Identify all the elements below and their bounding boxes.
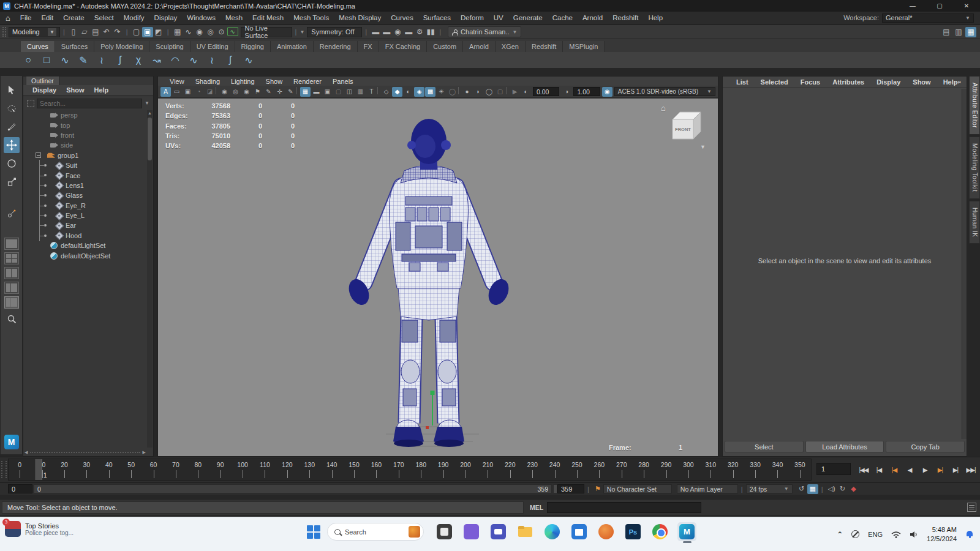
viewport-toolbar-icon[interactable]: [506, 87, 509, 94]
viewport-toolbar-icon[interactable]: ▢: [333, 87, 344, 97]
expand-toggle[interactable]: [36, 152, 41, 158]
search-highlight-icon[interactable]: [409, 526, 420, 538]
exposure-icon[interactable]: ◐: [521, 87, 531, 97]
menu-item[interactable]: File: [15, 14, 37, 21]
file-action-icon[interactable]: ↶: [101, 27, 112, 37]
view-cube-chevron-icon[interactable]: ▼: [700, 144, 706, 150]
menu-item[interactable]: Surfaces: [418, 14, 456, 21]
viewport-toolbar-icon[interactable]: ◇: [381, 87, 391, 97]
do-not-disturb-icon[interactable]: [851, 530, 859, 538]
outliner-horizontal-scrollbar[interactable]: ◀ ▶: [24, 449, 146, 455]
shelf-tab[interactable]: MSPlugin: [563, 41, 605, 52]
file-action-icon[interactable]: ▱: [79, 27, 90, 37]
selection-mode-icon[interactable]: ▣: [142, 27, 153, 37]
snap-icon[interactable]: ∿: [227, 27, 238, 36]
volume-icon[interactable]: [910, 531, 918, 538]
shelf-tab[interactable]: Rigging: [235, 41, 271, 52]
playback-loop-icon[interactable]: ↺: [796, 485, 807, 493]
mel-label[interactable]: MEL: [530, 504, 543, 511]
outliner-item[interactable]: Face: [23, 170, 147, 180]
scroll-right-arrow[interactable]: ▶: [143, 450, 146, 455]
timeline-tick[interactable]: 320: [722, 459, 744, 480]
scrollbar-track[interactable]: [30, 452, 140, 453]
animation-end-field[interactable]: 359: [557, 484, 584, 493]
outliner-item[interactable]: Suit: [23, 160, 147, 170]
timeline-tick[interactable]: 130: [298, 459, 320, 480]
shelf-tool-icon[interactable]: ≀: [205, 53, 219, 67]
viewport-toolbar-icon[interactable]: ▦: [300, 87, 311, 97]
shelf-tab[interactable]: Sculpting: [149, 41, 190, 52]
shelf-tab[interactable]: Surfaces: [55, 41, 94, 52]
shelf-tab[interactable]: UV Editing: [190, 41, 235, 52]
taskbar-app-maya[interactable]: M: [677, 522, 696, 541]
menu-item[interactable]: Arnold: [578, 14, 608, 21]
outliner-item[interactable]: persp: [23, 110, 147, 120]
menu-item[interactable]: Modify: [119, 14, 149, 21]
scrollbar-thumb[interactable]: [148, 118, 152, 160]
viewport-toolbar-icon[interactable]: ⚑: [252, 87, 263, 97]
timeline-tick[interactable]: 340: [766, 459, 788, 480]
outliner-item[interactable]: defaultObjectSet: [23, 250, 147, 260]
timeline-tick[interactable]: 40: [98, 459, 120, 480]
viewport-toolbar-icon[interactable]: A: [160, 87, 171, 97]
chevron-down-icon[interactable]: ▼: [300, 29, 304, 35]
shelf-tab[interactable]: Animation: [271, 41, 314, 52]
live-surface-field[interactable]: No Live Surface: [241, 27, 292, 37]
outliner-search-input[interactable]: [37, 99, 142, 108]
timeline-tick[interactable]: 240: [543, 459, 565, 480]
viewport-toolbar-icon[interactable]: ◫: [344, 87, 355, 97]
outliner-item[interactable]: Eye_L: [23, 211, 147, 220]
select-tool[interactable]: [4, 82, 20, 98]
shelf-tab[interactable]: FX: [358, 41, 379, 52]
viewport-menu-item[interactable]: Panels: [327, 78, 359, 85]
taskbar-app-file-explorer[interactable]: [516, 522, 535, 541]
taskbar-overflow-chevron[interactable]: ⌃: [837, 530, 843, 539]
menu-item[interactable]: Mesh Display: [334, 14, 386, 21]
viewport-toolbar-icon[interactable]: [216, 87, 219, 94]
timeline-tick[interactable]: 180: [410, 459, 432, 480]
attribute-editor-button[interactable]: Select: [725, 441, 804, 452]
viewport-toolbar-icon[interactable]: ◉: [219, 87, 230, 97]
timeline-tick[interactable]: 20: [53, 459, 75, 480]
timeline-tick[interactable]: 250: [566, 459, 588, 480]
color-management-icon[interactable]: ◉: [602, 87, 612, 97]
shelf-tab[interactable]: Rendering: [314, 41, 358, 52]
chevron-down-icon[interactable]: ▼: [145, 100, 149, 106]
outliner-item[interactable]: top: [23, 120, 147, 130]
viewport-toolbar-icon[interactable]: ▣: [183, 87, 193, 97]
snap-icon[interactable]: ∿: [183, 27, 194, 37]
snap-icon[interactable]: ⊙: [216, 27, 227, 37]
shelf-tool-icon[interactable]: ∿: [241, 53, 256, 67]
viewport-menu-item[interactable]: Show: [260, 78, 288, 85]
timeline-tick[interactable]: 110: [254, 459, 276, 480]
minimize-button[interactable]: —: [899, 0, 926, 12]
taskbar-search[interactable]: Search: [327, 523, 424, 541]
shelf-tool-icon[interactable]: ✎: [76, 53, 91, 67]
menu-item[interactable]: Cache: [548, 14, 578, 21]
symmetry-field[interactable]: Symmetry: Off: [307, 27, 362, 37]
menu-item[interactable]: Windows: [182, 14, 221, 21]
playback-speed-icon[interactable]: ↻: [837, 485, 848, 493]
playback-button[interactable]: ▶: [918, 463, 932, 476]
timeline-tick[interactable]: 200: [454, 459, 477, 480]
taskbar-app-orange[interactable]: [597, 522, 616, 541]
viewport-toolbar-icon[interactable]: ◐: [403, 87, 413, 97]
taskbar-app-store[interactable]: [570, 522, 589, 541]
viewport-toolbar-icon[interactable]: ▩: [425, 87, 435, 97]
sidebar-toggle-icon[interactable]: ▥: [953, 27, 964, 37]
timeline-tick[interactable]: 220: [499, 459, 521, 480]
outliner-item[interactable]: group1: [23, 151, 147, 160]
timeline-tick[interactable]: 50: [120, 459, 142, 480]
set-key-icon[interactable]: ◆: [848, 485, 859, 493]
sidebar-toggle-icon[interactable]: ▦: [965, 27, 976, 37]
playback-button[interactable]: |◀: [872, 463, 886, 476]
shelf-tab[interactable]: Poly Modeling: [94, 41, 149, 52]
scroll-up-arrow[interactable]: ▲: [147, 110, 153, 116]
viewport-toolbar-icon[interactable]: ◉: [241, 87, 252, 97]
shelf-tool-icon[interactable]: ∿: [58, 53, 72, 67]
viewport-toolbar-icon[interactable]: ◈: [414, 87, 424, 97]
side-panel-tab[interactable]: Modeling Toolkit: [969, 137, 980, 199]
file-action-icon[interactable]: ▯: [68, 27, 79, 37]
shelf-tool-icon[interactable]: ʃ: [113, 53, 127, 67]
shelf-tool-icon[interactable]: ↝: [149, 53, 164, 67]
